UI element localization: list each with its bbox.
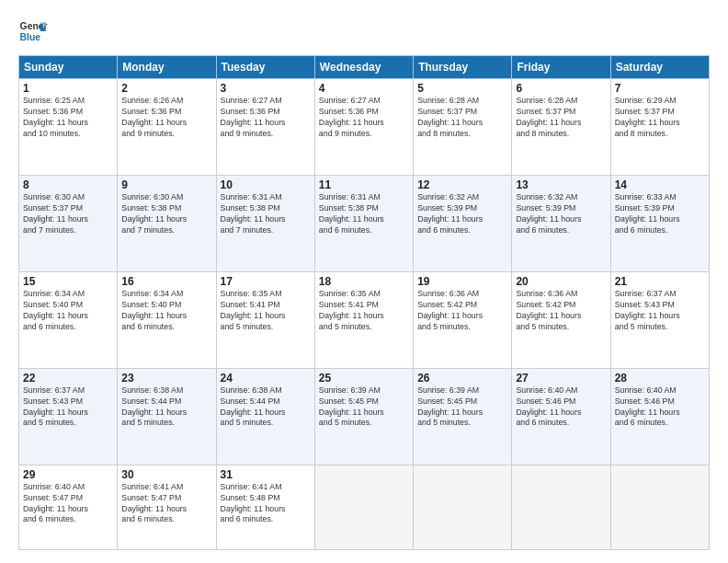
header: General Blue (18, 17, 710, 46)
day-cell (610, 465, 709, 549)
day-info: Sunrise: 6:32 AMSunset: 5:39 PMDaylight:… (417, 192, 507, 236)
week-row-5: 29Sunrise: 6:40 AMSunset: 5:47 PMDayligh… (19, 465, 710, 549)
day-cell: 15Sunrise: 6:34 AMSunset: 5:40 PMDayligh… (19, 271, 118, 368)
day-number: 11 (319, 178, 409, 191)
day-cell: 12Sunrise: 6:32 AMSunset: 5:39 PMDayligh… (414, 175, 512, 271)
col-header-friday: Friday (512, 56, 610, 79)
day-number: 5 (417, 82, 507, 95)
day-number: 29 (23, 468, 113, 481)
col-header-saturday: Saturday (610, 56, 709, 79)
day-cell (414, 465, 512, 549)
day-cell: 14Sunrise: 6:33 AMSunset: 5:39 PMDayligh… (610, 175, 709, 271)
day-info: Sunrise: 6:30 AMSunset: 5:37 PMDaylight:… (23, 192, 113, 236)
day-info: Sunrise: 6:40 AMSunset: 5:46 PMDaylight:… (516, 385, 606, 430)
day-cell: 7Sunrise: 6:29 AMSunset: 5:37 PMDaylight… (610, 79, 709, 176)
col-header-monday: Monday (118, 56, 216, 79)
day-info: Sunrise: 6:34 AMSunset: 5:40 PMDaylight:… (23, 289, 113, 333)
col-header-sunday: Sunday (19, 56, 118, 79)
day-cell: 5Sunrise: 6:28 AMSunset: 5:37 PMDaylight… (414, 79, 512, 176)
day-number: 15 (23, 275, 113, 288)
week-row-1: 1Sunrise: 6:25 AMSunset: 5:36 PMDaylight… (19, 79, 710, 176)
day-number: 10 (221, 178, 311, 191)
day-cell: 25Sunrise: 6:39 AMSunset: 5:45 PMDayligh… (314, 368, 413, 465)
day-cell: 31Sunrise: 6:41 AMSunset: 5:48 PMDayligh… (216, 465, 314, 549)
day-cell: 2Sunrise: 6:26 AMSunset: 5:36 PMDaylight… (118, 79, 216, 176)
day-cell: 13Sunrise: 6:32 AMSunset: 5:39 PMDayligh… (512, 175, 610, 271)
day-info: Sunrise: 6:40 AMSunset: 5:46 PMDaylight:… (615, 385, 705, 430)
logo: General Blue (18, 17, 51, 46)
day-info: Sunrise: 6:26 AMSunset: 5:36 PMDaylight:… (121, 96, 211, 140)
col-header-thursday: Thursday (414, 56, 512, 79)
day-number: 20 (516, 275, 606, 288)
day-number: 6 (516, 82, 606, 95)
day-number: 12 (417, 178, 507, 191)
day-info: Sunrise: 6:25 AMSunset: 5:36 PMDaylight:… (23, 96, 113, 140)
day-info: Sunrise: 6:37 AMSunset: 5:43 PMDaylight:… (615, 289, 705, 333)
col-header-wednesday: Wednesday (314, 56, 413, 79)
day-number: 19 (417, 275, 507, 288)
day-number: 27 (516, 372, 606, 385)
day-cell: 23Sunrise: 6:38 AMSunset: 5:44 PMDayligh… (118, 368, 216, 465)
day-info: Sunrise: 6:36 AMSunset: 5:42 PMDaylight:… (516, 289, 606, 333)
calendar-header-row: SundayMondayTuesdayWednesdayThursdayFrid… (19, 56, 710, 79)
day-number: 9 (121, 178, 211, 191)
col-header-tuesday: Tuesday (216, 56, 314, 79)
day-number: 30 (121, 468, 211, 481)
day-cell: 28Sunrise: 6:40 AMSunset: 5:46 PMDayligh… (610, 368, 709, 465)
day-info: Sunrise: 6:36 AMSunset: 5:42 PMDaylight:… (417, 289, 507, 333)
day-info: Sunrise: 6:41 AMSunset: 5:48 PMDaylight:… (221, 482, 311, 526)
day-info: Sunrise: 6:34 AMSunset: 5:40 PMDaylight:… (121, 289, 211, 333)
day-cell: 27Sunrise: 6:40 AMSunset: 5:46 PMDayligh… (512, 368, 610, 465)
day-number: 3 (221, 82, 311, 95)
day-cell: 6Sunrise: 6:28 AMSunset: 5:37 PMDaylight… (512, 79, 610, 176)
day-number: 4 (319, 82, 409, 95)
day-number: 8 (23, 178, 113, 191)
day-info: Sunrise: 6:32 AMSunset: 5:39 PMDaylight:… (516, 192, 606, 236)
day-cell: 17Sunrise: 6:35 AMSunset: 5:41 PMDayligh… (216, 271, 314, 368)
day-cell: 30Sunrise: 6:41 AMSunset: 5:47 PMDayligh… (118, 465, 216, 549)
day-number: 13 (516, 178, 606, 191)
day-cell: 1Sunrise: 6:25 AMSunset: 5:36 PMDaylight… (19, 79, 118, 176)
day-info: Sunrise: 6:35 AMSunset: 5:41 PMDaylight:… (221, 289, 311, 333)
day-cell: 24Sunrise: 6:38 AMSunset: 5:44 PMDayligh… (216, 368, 314, 465)
day-cell: 3Sunrise: 6:27 AMSunset: 5:36 PMDaylight… (216, 79, 314, 176)
day-cell: 9Sunrise: 6:30 AMSunset: 5:38 PMDaylight… (118, 175, 216, 271)
day-number: 17 (221, 275, 311, 288)
day-number: 23 (121, 372, 211, 385)
day-info: Sunrise: 6:41 AMSunset: 5:47 PMDaylight:… (121, 482, 211, 526)
day-number: 24 (221, 372, 311, 385)
day-cell: 18Sunrise: 6:35 AMSunset: 5:41 PMDayligh… (314, 271, 413, 368)
week-row-2: 8Sunrise: 6:30 AMSunset: 5:37 PMDaylight… (19, 175, 710, 271)
day-number: 28 (615, 372, 705, 385)
day-info: Sunrise: 6:27 AMSunset: 5:36 PMDaylight:… (221, 96, 311, 140)
day-number: 21 (615, 275, 705, 288)
day-info: Sunrise: 6:38 AMSunset: 5:44 PMDaylight:… (221, 385, 311, 430)
day-cell: 10Sunrise: 6:31 AMSunset: 5:38 PMDayligh… (216, 175, 314, 271)
day-number: 16 (121, 275, 211, 288)
day-cell: 29Sunrise: 6:40 AMSunset: 5:47 PMDayligh… (19, 465, 118, 549)
svg-text:Blue: Blue (20, 32, 41, 42)
day-cell: 26Sunrise: 6:39 AMSunset: 5:45 PMDayligh… (414, 368, 512, 465)
calendar: SundayMondayTuesdayWednesdayThursdayFrid… (18, 55, 710, 550)
day-cell: 22Sunrise: 6:37 AMSunset: 5:43 PMDayligh… (19, 368, 118, 465)
day-cell: 8Sunrise: 6:30 AMSunset: 5:37 PMDaylight… (19, 175, 118, 271)
day-cell: 16Sunrise: 6:34 AMSunset: 5:40 PMDayligh… (118, 271, 216, 368)
day-info: Sunrise: 6:27 AMSunset: 5:36 PMDaylight:… (319, 96, 409, 140)
day-info: Sunrise: 6:28 AMSunset: 5:37 PMDaylight:… (417, 96, 507, 140)
day-number: 18 (319, 275, 409, 288)
day-number: 25 (319, 372, 409, 385)
day-cell: 21Sunrise: 6:37 AMSunset: 5:43 PMDayligh… (610, 271, 709, 368)
day-cell: 4Sunrise: 6:27 AMSunset: 5:36 PMDaylight… (314, 79, 413, 176)
day-cell (314, 465, 413, 549)
page: General Blue SundayMondayTuesdayWednesda… (0, 0, 728, 563)
week-row-3: 15Sunrise: 6:34 AMSunset: 5:40 PMDayligh… (19, 271, 710, 368)
day-cell: 19Sunrise: 6:36 AMSunset: 5:42 PMDayligh… (414, 271, 512, 368)
day-info: Sunrise: 6:30 AMSunset: 5:38 PMDaylight:… (121, 192, 211, 236)
day-number: 26 (417, 372, 507, 385)
day-cell: 11Sunrise: 6:31 AMSunset: 5:38 PMDayligh… (314, 175, 413, 271)
day-number: 14 (615, 178, 705, 191)
day-info: Sunrise: 6:37 AMSunset: 5:43 PMDaylight:… (23, 385, 113, 430)
day-info: Sunrise: 6:39 AMSunset: 5:45 PMDaylight:… (417, 385, 507, 430)
day-info: Sunrise: 6:39 AMSunset: 5:45 PMDaylight:… (319, 385, 409, 430)
day-number: 1 (23, 82, 113, 95)
